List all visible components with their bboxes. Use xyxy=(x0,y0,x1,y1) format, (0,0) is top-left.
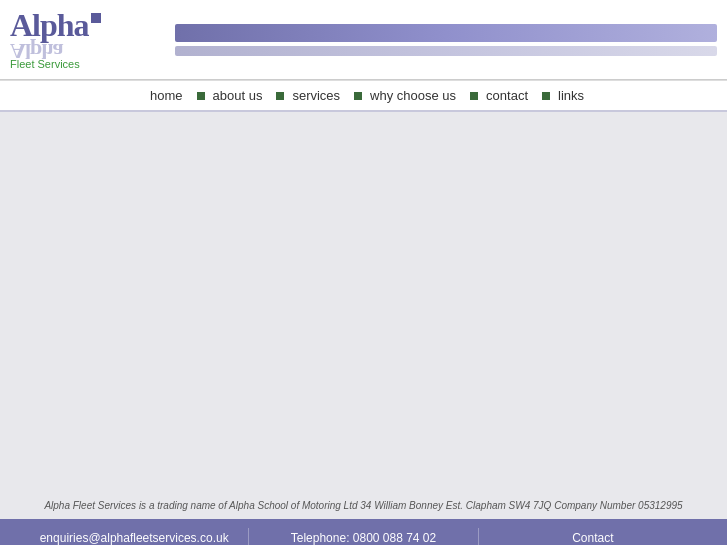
nav-contact[interactable]: contact xyxy=(486,88,528,103)
nav-sep-1 xyxy=(197,92,205,100)
footer-contact[interactable]: Contact xyxy=(479,531,707,545)
footer-contact-link[interactable]: Contact xyxy=(572,531,613,545)
nav-services-label: services xyxy=(292,88,340,103)
header-bar-bottom xyxy=(175,46,717,56)
nav-about-us[interactable]: about us xyxy=(213,88,263,103)
header-bar-top xyxy=(175,24,717,42)
logo-mirror-container: Alpha xyxy=(10,41,165,61)
logo-area: Alpha Alpha Fleet Services xyxy=(10,9,165,71)
nav-home-label: home xyxy=(150,88,183,103)
nav-sep-5 xyxy=(542,92,550,100)
footer-email[interactable]: enquiries@alphafleetservices.co.uk xyxy=(20,531,248,545)
main-content xyxy=(0,112,727,492)
nav-sep-2 xyxy=(276,92,284,100)
footer-bar: enquiries@alphafleetservices.co.uk Telep… xyxy=(0,519,727,545)
main-nav: home about us services why choose us con… xyxy=(0,80,727,112)
nav-about-us-label: about us xyxy=(213,88,263,103)
footer-company-text: Alpha Fleet Services is a trading name o… xyxy=(0,492,727,519)
header-decorative-bars xyxy=(165,24,717,56)
footer-phone: Telephone: 0800 088 74 02 xyxy=(249,531,477,545)
nav-links[interactable]: links xyxy=(558,88,584,103)
nav-home[interactable]: home xyxy=(150,88,183,103)
nav-links-label: links xyxy=(558,88,584,103)
footer-email-link[interactable]: enquiries@alphafleetservices.co.uk xyxy=(40,531,229,545)
nav-sep-4 xyxy=(470,92,478,100)
nav-contact-label: contact xyxy=(486,88,528,103)
nav-why-choose-us[interactable]: why choose us xyxy=(370,88,456,103)
nav-services[interactable]: services xyxy=(292,88,340,103)
nav-why-choose-us-label: why choose us xyxy=(370,88,456,103)
site-header: Alpha Alpha Fleet Services xyxy=(0,0,727,80)
logo-main: Alpha xyxy=(10,9,165,41)
nav-sep-3 xyxy=(354,92,362,100)
